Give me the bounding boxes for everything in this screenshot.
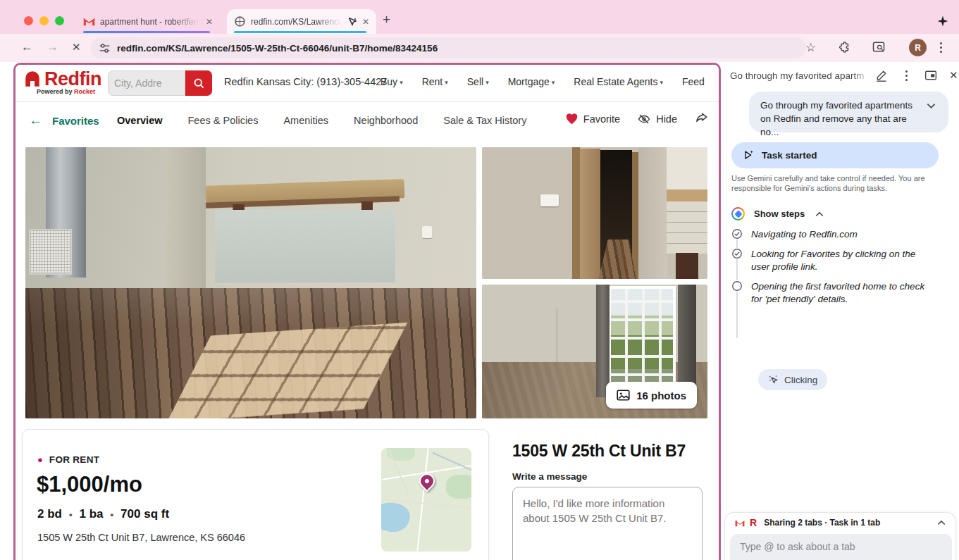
extensions-icon[interactable] <box>838 40 852 54</box>
task-status-pill: Task started <box>731 142 939 168</box>
nav-mortgage[interactable]: Mortgage▾ <box>508 76 555 87</box>
photo-curtain <box>596 285 610 397</box>
address-bar[interactable]: redfin.com/KS/Lawrence/1505-W-25th-Ct-66… <box>90 37 806 58</box>
show-steps-toggle[interactable]: Show steps <box>731 207 824 220</box>
forward-button[interactable]: → <box>47 39 58 55</box>
collapse-steps-chevron-icon[interactable] <box>815 211 824 217</box>
listing-address: 1505 W 25th Ct Unit B7, Lawrence, KS 660… <box>37 532 245 543</box>
listing-photo-bedroom[interactable]: 16 photos <box>482 285 707 418</box>
nav-buy[interactable]: Buy▾ <box>380 76 403 87</box>
city-search-input[interactable] <box>108 70 185 96</box>
listing-facts: 2 bd • 1 ba • 700 sq ft <box>37 507 169 521</box>
photo-window <box>608 286 676 394</box>
favorite-button[interactable]: Favorite <box>565 113 620 125</box>
site-settings-tune-icon[interactable] <box>99 42 111 54</box>
photo-countertop <box>667 189 707 201</box>
status-label: FOR RENT <box>49 454 99 465</box>
redfin-header: Redfin Powered by Rocket Redfin Kansas C… <box>16 65 719 101</box>
tab-sharing-card: R Sharing 2 tabs · Task in 1 tab <box>724 512 956 560</box>
map-lake <box>381 497 413 537</box>
sqft-value: 700 sq ft <box>120 507 169 521</box>
photo-thermostat <box>540 194 559 206</box>
listing-photo-hallway[interactable] <box>482 147 707 279</box>
search-button[interactable] <box>185 70 212 96</box>
minimize-window-button[interactable] <box>39 16 49 25</box>
message-textarea[interactable]: Hello, I'd like more information about 1… <box>512 487 703 560</box>
contact-card-title: 1505 W 25th Ct Unit B7 <box>512 442 686 461</box>
gemini-sparkle-icon[interactable] <box>936 15 949 27</box>
tab-close-icon[interactable]: ✕ <box>206 17 213 27</box>
step-pending-icon <box>731 280 743 292</box>
user-prompt-bubble[interactable]: Go through my favorited apartments on Re… <box>749 92 948 132</box>
task-step: Looking for Favorites by clicking on the… <box>731 248 943 273</box>
favorites-link[interactable]: Favorites <box>52 115 99 127</box>
redfin-logo-text: Redfin <box>44 70 101 88</box>
tab-sale-tax-history[interactable]: Sale & Tax History <box>443 115 526 126</box>
bookmark-star-icon[interactable]: ☆ <box>805 40 819 54</box>
panel-menu-icon[interactable] <box>900 69 912 82</box>
back-button[interactable]: ← <box>21 39 33 55</box>
gmail-icon <box>83 15 95 27</box>
photo-air-vent <box>29 229 72 275</box>
browser-titlebar: apartment hunt - robertfernst ✕ redfin.c… <box>0 0 959 34</box>
photo-bar-face <box>215 210 395 283</box>
step-text: Navigating to Redfin.com <box>751 228 858 241</box>
new-chat-icon[interactable] <box>875 69 888 82</box>
tab-amenities[interactable]: Amenities <box>283 115 328 126</box>
tab-fees-policies[interactable]: Fees & Policies <box>188 115 259 126</box>
action-chip-label: Clicking <box>784 375 817 385</box>
nav-feed[interactable]: Feed <box>682 76 705 87</box>
redfin-logo[interactable]: Redfin <box>23 70 101 88</box>
nav-sell[interactable]: Sell▾ <box>467 76 489 87</box>
photo-wall-corner <box>557 309 557 365</box>
close-panel-icon[interactable]: ✕ <box>949 69 958 82</box>
tab-gmail[interactable]: apartment hunt - robertfernst ✕ <box>76 9 220 34</box>
tab-sharing-row[interactable]: R Sharing 2 tabs · Task in 1 tab <box>725 513 955 533</box>
current-action-chip: Clicking <box>758 369 827 390</box>
profile-avatar[interactable]: R <box>909 39 927 56</box>
redfin-r-icon: R <box>750 518 757 528</box>
collapse-sharing-chevron-icon[interactable] <box>937 520 946 525</box>
map-thumbnail[interactable] <box>381 448 471 552</box>
nav-rent[interactable]: Rent▾ <box>422 76 448 87</box>
open-in-window-icon[interactable] <box>924 69 937 82</box>
photo-gallery-icon <box>617 390 630 401</box>
gemini-color-sparkle-icon <box>731 207 745 220</box>
hide-button[interactable]: Hide <box>637 113 677 125</box>
redfin-phone-number[interactable]: Redfin Kansas City: (913)-305-4427 <box>224 76 387 87</box>
tab-shared-indicator <box>83 31 210 33</box>
tab-redfin-active[interactable]: redfin.com/KS/Lawrence/ ✕ <box>227 9 376 34</box>
step-done-icon <box>731 248 743 259</box>
browser-toolbar: ← → ✕ redfin.com/KS/Lawrence/1505-W-25th… <box>0 34 959 62</box>
tab-overview[interactable]: Overview <box>117 115 163 126</box>
sharing-status-text: Sharing 2 tabs · Task in 1 tab <box>764 518 932 528</box>
beds-value: 2 bd <box>37 507 62 521</box>
caret-down-icon: ▾ <box>552 79 555 86</box>
back-to-favorites-arrow-icon[interactable]: ← <box>29 113 42 128</box>
zoom-window-button[interactable] <box>55 16 64 25</box>
all-photos-button[interactable]: 16 photos <box>606 382 697 409</box>
photo-cabinet <box>667 201 707 254</box>
redfin-logo-tagline: Powered by Rocket <box>37 88 95 95</box>
step-text: Looking for Favorites by clicking on the… <box>751 248 936 273</box>
gemini-side-panel: Go through my favorited apartm ✕ Go thro… <box>722 62 959 560</box>
browser-window: apartment hunt - robertfernst ✕ redfin.c… <box>0 0 959 560</box>
dot-separator: • <box>69 509 73 520</box>
status-dot-icon: ● <box>37 455 43 464</box>
gemini-panel-header: Go through my favorited apartm ✕ <box>722 62 959 89</box>
tab-search-icon[interactable] <box>872 40 886 54</box>
share-icon[interactable] <box>694 112 709 125</box>
close-window-button[interactable] <box>24 16 33 25</box>
browser-menu-icon[interactable] <box>934 42 948 56</box>
user-prompt-text: Go through my favorited apartments on Re… <box>760 99 921 125</box>
new-tab-button[interactable]: + <box>383 13 390 26</box>
listing-photo-living-room[interactable] <box>25 147 476 418</box>
expand-prompt-chevron-icon[interactable] <box>927 103 936 109</box>
nav-real-estate-agents[interactable]: Real Estate Agents▾ <box>574 76 663 87</box>
stop-loading-button[interactable]: ✕ <box>72 39 81 55</box>
task-step: Navigating to Redfin.com <box>731 228 943 241</box>
gemini-chat-input[interactable] <box>730 534 952 560</box>
tab-neighborhood[interactable]: Neighborhood <box>354 115 418 126</box>
photo-cabinet <box>667 147 707 189</box>
tab-close-icon[interactable]: ✕ <box>362 17 369 27</box>
